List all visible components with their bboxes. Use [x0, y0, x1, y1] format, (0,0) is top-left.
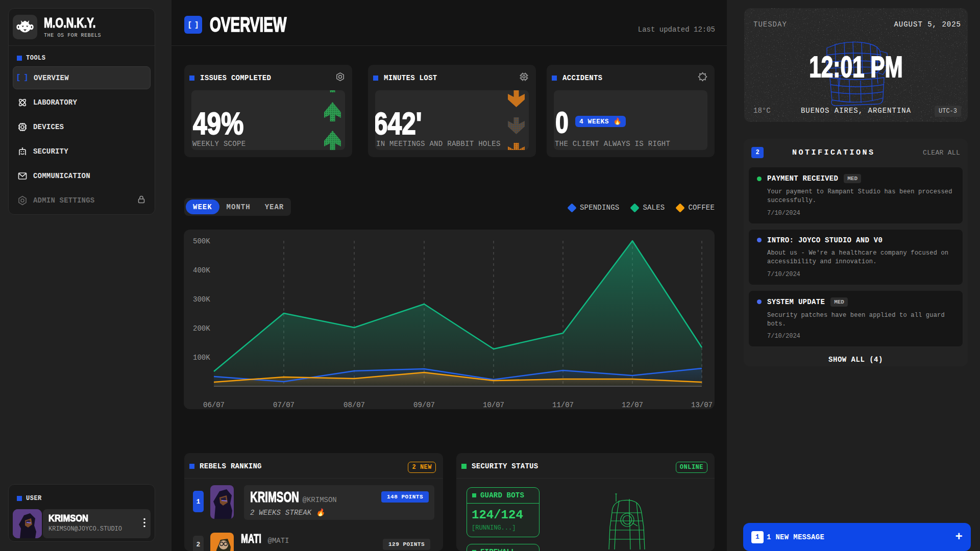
svg-text:10/07: 10/07	[483, 401, 504, 409]
svg-text:07/07: 07/07	[273, 401, 295, 409]
svg-text:08/07: 08/07	[344, 401, 365, 409]
svg-text:100K: 100K	[193, 354, 210, 362]
svg-text:300K: 300K	[193, 295, 210, 304]
svg-text:06/07: 06/07	[203, 401, 225, 409]
svg-text:400K: 400K	[193, 266, 210, 274]
svg-text:200K: 200K	[193, 324, 210, 333]
svg-text:11/07: 11/07	[552, 401, 574, 409]
svg-text:09/07: 09/07	[413, 401, 435, 409]
svg-text:500K: 500K	[193, 237, 210, 245]
svg-text:13/07: 13/07	[691, 401, 713, 409]
svg-text:12/07: 12/07	[622, 401, 643, 409]
